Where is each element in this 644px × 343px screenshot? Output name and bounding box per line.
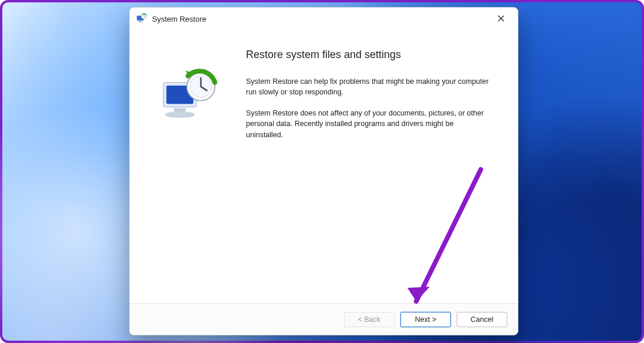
dialog-footer: < Back Next > Cancel (130, 303, 518, 335)
side-illustration-panel (134, 43, 244, 303)
next-button[interactable]: Next > (400, 312, 451, 327)
close-icon (498, 13, 504, 24)
system-restore-illustration-icon (157, 66, 221, 133)
cancel-button[interactable]: Cancel (457, 312, 507, 327)
svg-rect-2 (138, 21, 143, 22)
system-restore-icon (136, 13, 147, 25)
window-title: System Restore (152, 15, 206, 23)
dialog-body: Restore system files and settings System… (130, 30, 518, 303)
page-heading: Restore system files and settings (246, 49, 503, 61)
dialog-main: Restore system files and settings System… (244, 43, 503, 303)
intro-paragraph-2: System Restore does not affect any of yo… (246, 108, 493, 140)
svg-rect-6 (174, 108, 186, 112)
back-button: < Back (344, 312, 395, 327)
close-button[interactable] (487, 9, 514, 28)
system-restore-window: System Restore (129, 7, 518, 335)
svg-point-7 (165, 111, 195, 118)
svg-rect-1 (139, 21, 141, 22)
intro-paragraph-1: System Restore can help fix problems tha… (246, 76, 493, 97)
desktop-wallpaper: System Restore (0, 0, 644, 343)
titlebar[interactable]: System Restore (130, 8, 518, 30)
